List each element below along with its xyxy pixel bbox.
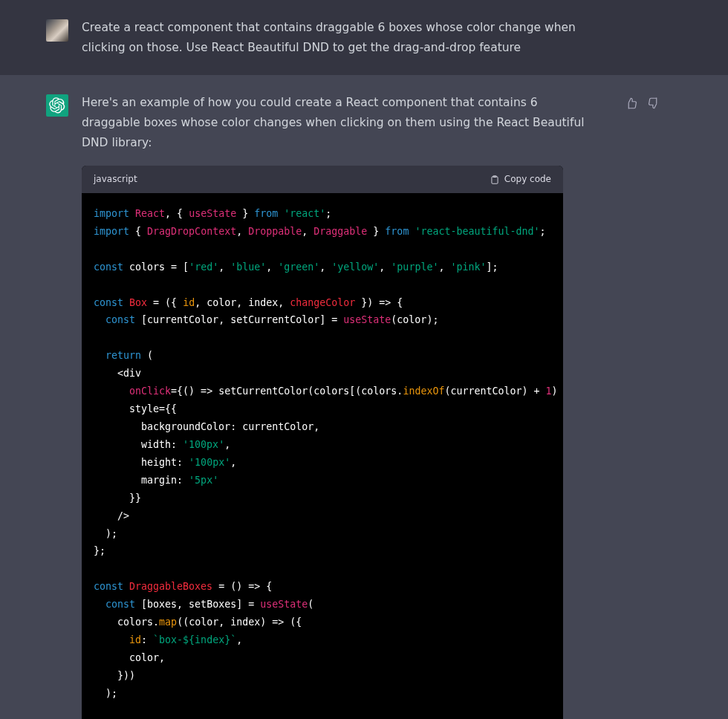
openai-logo-icon [49, 97, 65, 114]
avatar-gutter [0, 93, 82, 719]
assistant-message-text: Here's an example of how you could creat… [82, 93, 587, 152]
user-message-text: Create a react component that contains d… [82, 18, 594, 57]
svg-rect-1 [492, 177, 498, 183]
thumbs-up-button[interactable] [624, 96, 639, 111]
assistant-message-row: Here's an example of how you could creat… [0, 75, 728, 719]
avatar-gutter [0, 18, 82, 57]
code-block: javascript Copy code import React, { use… [82, 166, 563, 719]
code-body[interactable]: import React, { useState } from 'react';… [82, 193, 563, 719]
assistant-avatar [46, 94, 68, 117]
assistant-actions [594, 93, 683, 719]
code-block-header: javascript Copy code [82, 166, 563, 193]
thumbs-down-button[interactable] [646, 96, 661, 111]
user-actions-gutter [594, 18, 683, 57]
assistant-content: Here's an example of how you could creat… [82, 93, 594, 719]
user-message-row: Create a react component that contains d… [0, 0, 728, 75]
thumbs-down-icon [647, 97, 660, 110]
thumbs-up-icon [625, 97, 638, 110]
code-language-label: javascript [94, 172, 137, 187]
copy-code-button[interactable]: Copy code [490, 172, 551, 187]
copy-code-label: Copy code [504, 172, 551, 187]
user-avatar [46, 19, 68, 42]
clipboard-icon [490, 175, 500, 185]
